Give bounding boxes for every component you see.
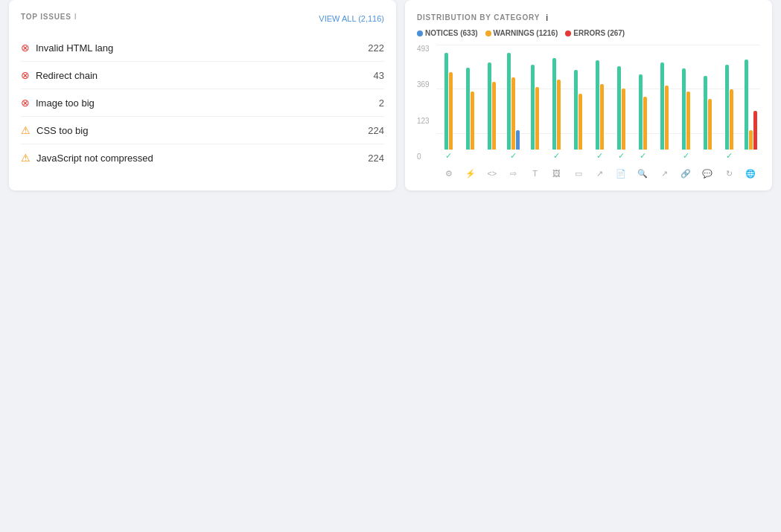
top-issues-info[interactable]: i	[74, 12, 77, 21]
warn-icon-4: ⚠	[21, 124, 31, 136]
error-icon-2: ⊗	[21, 69, 30, 81]
bars-container: ✓ ✓ ✓	[439, 45, 760, 161]
issue-count-2: 43	[374, 70, 384, 81]
dist-bar	[686, 92, 690, 150]
dist-bar	[682, 68, 686, 150]
dist-bar	[660, 63, 664, 150]
issue-row-2: ⊗ Redirect chain 43	[21, 62, 384, 89]
checkmark: ✓	[445, 151, 452, 161]
issue-text-3: Image too big	[36, 97, 373, 109]
bar-group-11: ✓	[654, 53, 674, 161]
dist-bar	[552, 58, 556, 150]
issue-row-3: ⊗ Image too big 2	[21, 89, 384, 117]
dist-info-icon[interactable]: i	[546, 12, 548, 23]
dist-bar	[708, 99, 712, 150]
dist-bar	[704, 76, 707, 150]
dist-bar	[511, 77, 515, 150]
bar-group-2: ✓	[461, 53, 480, 161]
bar-group-15: ✓	[741, 53, 760, 161]
issue-text-2: Redirect chain	[36, 70, 368, 81]
errors-dot	[565, 31, 571, 36]
bar-group-10: ✓	[633, 53, 652, 161]
legend-errors: ERRORS (267)	[565, 29, 625, 37]
top-issues-label: TOP ISSUES i	[21, 12, 77, 21]
issue-row-1: ⊗ Invalid HTML lang 222	[21, 34, 384, 62]
warn-icon-5: ⚠	[21, 152, 31, 164]
bar-group-6: ✓	[547, 53, 567, 161]
checkmark: ✓	[553, 151, 560, 161]
checkmark: ✓	[726, 151, 733, 161]
dist-bar	[600, 84, 604, 150]
error-icon-1: ⊗	[21, 42, 30, 54]
dist-bar	[730, 89, 733, 150]
error-icon-3: ⊗	[21, 97, 30, 109]
dist-bar	[531, 65, 535, 150]
dist-bar	[535, 87, 539, 150]
dist-bar	[617, 66, 621, 150]
legend-notices: NOTICES (633)	[417, 29, 478, 37]
cat-icon: 🌐	[741, 169, 760, 179]
bar-group-8: ✓	[590, 53, 610, 161]
bar-group-13: ✓	[698, 53, 717, 161]
checkmark: ✓	[618, 151, 625, 161]
y-axis: 493 369 123 0	[417, 45, 436, 161]
dist-bar	[507, 53, 511, 150]
issue-text-4: CSS too big	[36, 125, 362, 136]
bar-group-7: ✓	[569, 53, 588, 161]
notices-dot	[417, 31, 423, 36]
dist-bar	[745, 60, 748, 150]
dist-bar	[574, 70, 578, 150]
dist-bar	[596, 60, 599, 150]
cat-icon: ⚡	[461, 169, 480, 179]
bar-group-14: ✓	[719, 53, 739, 161]
top-issues-card: TOP ISSUES i VIEW ALL (2,116) ⊗ Invalid …	[9, 0, 396, 190]
dist-bar	[725, 65, 729, 150]
issue-row-5: ⚠ JavaScript not compressed 224	[21, 144, 384, 171]
checkmark: ✓	[683, 151, 689, 161]
cat-icon: T	[526, 169, 545, 179]
icon-row: ⚙ ⚡ <> ⇨ T 🖼 ▭ ↗ 📄 🔍 ↗ 🔗 💬 ↻ 🌐	[439, 169, 760, 179]
dist-bar	[643, 97, 647, 150]
checkmark: ✓	[596, 151, 603, 161]
warnings-dot	[485, 31, 491, 36]
cat-icon: 🖼	[547, 169, 567, 179]
dist-bar	[753, 111, 757, 150]
bottom-row: TOP ISSUES i VIEW ALL (2,116) ⊗ Invalid …	[0, 0, 781, 199]
issue-count-3: 2	[379, 97, 384, 109]
bar-group-9: ✓	[612, 53, 631, 161]
issue-text-5: JavaScript not compressed	[36, 153, 362, 164]
issue-count-5: 224	[368, 153, 384, 164]
bar-group-1: ✓	[439, 53, 459, 161]
bar-group-3: ✓	[482, 53, 502, 161]
legend-warnings: WARNINGS (1216)	[485, 29, 558, 37]
issue-count-4: 224	[368, 125, 384, 136]
dist-legend: NOTICES (633) WARNINGS (1216) ERRORS (26…	[417, 29, 625, 37]
view-all-link[interactable]: VIEW ALL (2,116)	[319, 14, 384, 23]
cat-icon: 📄	[612, 169, 631, 179]
cat-icon: ↗	[590, 169, 610, 179]
cat-icon: ↗	[654, 169, 674, 179]
cat-icon: 🔗	[676, 169, 695, 179]
checkmark: ✓	[640, 151, 646, 161]
issues-header: TOP ISSUES i VIEW ALL (2,116)	[21, 12, 384, 25]
distribution-card: DISTRIBUTION BY CATEGORY i NOTICES (633)…	[405, 0, 772, 190]
dist-bar	[492, 82, 496, 150]
dist-bar	[471, 92, 474, 150]
dist-header: DISTRIBUTION BY CATEGORY i NOTICES (633)…	[417, 12, 760, 37]
bar-group-4: ✓	[504, 53, 523, 161]
dist-bar	[639, 74, 643, 150]
cat-icon: ⚙	[439, 169, 459, 179]
issue-row-4: ⚠ CSS too big 224	[21, 117, 384, 144]
dist-bar	[488, 63, 491, 150]
dist-bar	[449, 72, 453, 150]
cat-icon: ⇨	[504, 169, 523, 179]
bar-group-12: ✓	[676, 53, 695, 161]
dist-bar	[444, 53, 448, 150]
checkmark: ✓	[510, 151, 517, 161]
dist-title: DISTRIBUTION BY CATEGORY	[417, 13, 540, 22]
dist-bar	[557, 80, 561, 150]
bar-group-5: ✓	[526, 53, 545, 161]
dist-bar	[665, 86, 669, 150]
cat-icon: <>	[482, 169, 502, 179]
dist-bar	[622, 89, 625, 150]
